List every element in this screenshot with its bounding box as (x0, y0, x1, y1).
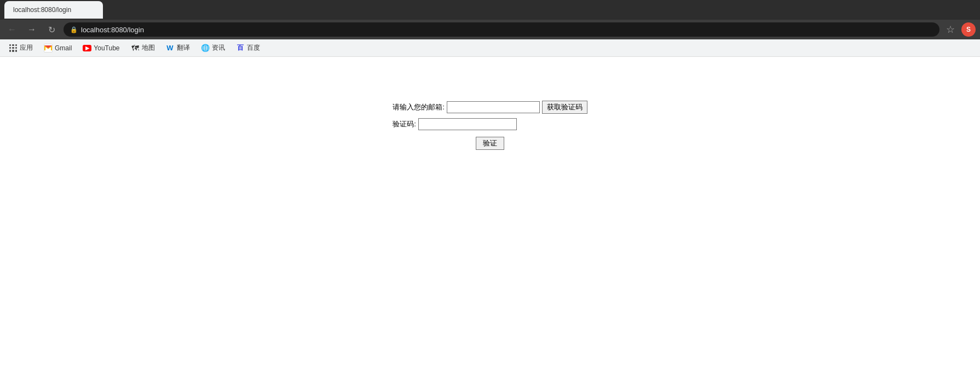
bookmark-news-label: 资讯 (212, 43, 225, 53)
baidu-icon: 百 (236, 44, 245, 53)
code-input[interactable] (418, 118, 517, 130)
email-row: 请输入您的邮箱: 获取验证码 (393, 101, 587, 114)
bookmark-baidu[interactable]: 百 百度 (232, 41, 264, 55)
bookmark-baidu-label: 百度 (247, 43, 260, 53)
address-bar-row: ← → ↻ 🔒 localhost:8080/login ☆ S (0, 20, 980, 39)
translate-icon: W (166, 44, 175, 53)
email-input[interactable] (447, 101, 540, 113)
star-icon: ☆ (946, 24, 955, 35)
bookmark-news[interactable]: 🌐 资讯 (197, 41, 229, 55)
forward-button[interactable]: → (24, 22, 39, 37)
maps-icon: 🗺 (131, 44, 140, 53)
gmail-icon (44, 44, 53, 53)
get-code-button[interactable]: 获取验证码 (542, 101, 587, 114)
verify-button[interactable]: 验证 (476, 137, 504, 150)
code-row: 验证码: (393, 118, 517, 130)
tab-bar: localhost:8080/login (0, 0, 980, 20)
login-form: 请输入您的邮箱: 获取验证码 验证码: 验证 (393, 101, 587, 150)
profile-initial: S (966, 26, 971, 33)
email-label: 请输入您的邮箱: (393, 102, 445, 112)
lock-icon: 🔒 (70, 26, 78, 33)
news-icon: 🌐 (201, 44, 210, 53)
refresh-icon: ↻ (48, 25, 55, 35)
refresh-button[interactable]: ↻ (44, 22, 59, 37)
page-content: 请输入您的邮箱: 获取验证码 验证码: 验证 (0, 57, 980, 370)
youtube-icon: ▶ (83, 44, 91, 53)
bookmark-gmail[interactable]: Gmail (39, 42, 76, 55)
bookmark-youtube[interactable]: ▶ YouTube (78, 42, 124, 55)
back-icon: ← (8, 25, 16, 34)
bookmark-apps[interactable]: 应用 (4, 41, 37, 55)
profile-button[interactable]: S (961, 22, 976, 37)
bookmark-gmail-label: Gmail (55, 44, 72, 52)
bookmark-maps[interactable]: 🗺 地图 (126, 41, 159, 55)
browser-chrome: localhost:8080/login ← → ↻ 🔒 localhost:8… (0, 0, 980, 57)
bookmark-translate[interactable]: W 翻译 (162, 41, 194, 55)
bookmark-maps-label: 地图 (142, 43, 155, 53)
tab-title: localhost:8080/login (13, 6, 71, 14)
address-bar[interactable]: 🔒 localhost:8080/login (64, 22, 939, 37)
bookmarks-bar: 应用 Gmail ▶ YouTube 🗺 地图 (0, 39, 980, 57)
back-button[interactable]: ← (4, 22, 20, 37)
bookmark-translate-label: 翻译 (177, 43, 190, 53)
code-label: 验证码: (393, 119, 416, 129)
verify-row: 验证 (393, 137, 587, 150)
address-text: localhost:8080/login (81, 26, 144, 34)
bookmark-apps-label: 应用 (20, 43, 33, 53)
bookmark-star-button[interactable]: ☆ (944, 21, 957, 38)
apps-icon (9, 44, 18, 53)
forward-icon: → (27, 25, 36, 34)
browser-tab[interactable]: localhost:8080/login (4, 1, 103, 19)
bookmark-youtube-label: YouTube (94, 44, 119, 52)
